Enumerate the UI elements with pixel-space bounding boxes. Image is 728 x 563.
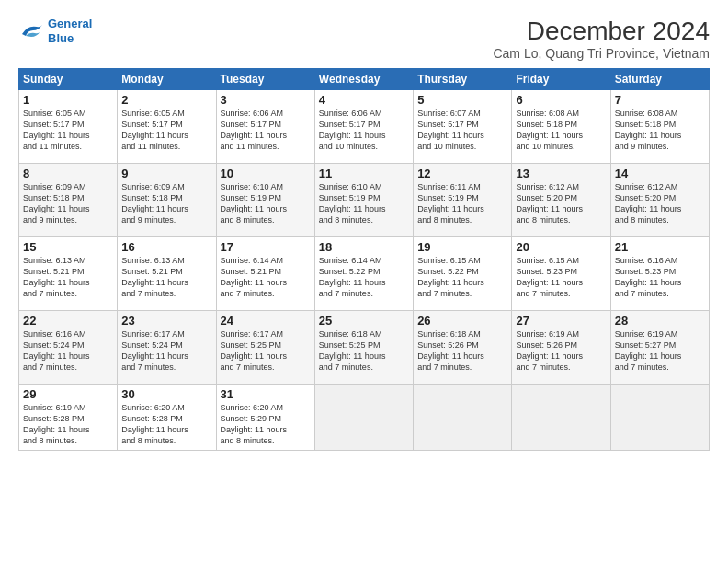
table-row: 31Sunrise: 6:20 AM Sunset: 5:29 PM Dayli…: [216, 385, 314, 451]
day-number: 2: [121, 93, 211, 107]
day-number: 20: [516, 240, 606, 254]
logo-icon: [18, 21, 44, 41]
col-saturday: Saturday: [610, 69, 709, 90]
table-row: 22Sunrise: 6:16 AM Sunset: 5:24 PM Dayli…: [19, 311, 118, 385]
day-info: Sunrise: 6:19 AM Sunset: 5:26 PM Dayligh…: [516, 328, 606, 373]
table-row: 18Sunrise: 6:14 AM Sunset: 5:22 PM Dayli…: [314, 237, 413, 311]
table-row: 17Sunrise: 6:14 AM Sunset: 5:21 PM Dayli…: [216, 237, 314, 311]
day-number: 10: [221, 167, 311, 180]
day-info: Sunrise: 6:19 AM Sunset: 5:27 PM Dayligh…: [615, 328, 705, 373]
table-row: 6Sunrise: 6:08 AM Sunset: 5:18 PM Daylig…: [512, 90, 610, 164]
day-number: 7: [615, 93, 705, 107]
day-number: 16: [121, 240, 211, 254]
day-info: Sunrise: 6:14 AM Sunset: 5:21 PM Dayligh…: [221, 255, 311, 300]
day-info: Sunrise: 6:14 AM Sunset: 5:22 PM Dayligh…: [319, 255, 409, 300]
table-row: 11Sunrise: 6:10 AM Sunset: 5:19 PM Dayli…: [314, 164, 413, 237]
table-row: 23Sunrise: 6:17 AM Sunset: 5:24 PM Dayli…: [118, 311, 216, 385]
table-row: 5Sunrise: 6:07 AM Sunset: 5:17 PM Daylig…: [414, 90, 512, 164]
day-info: Sunrise: 6:17 AM Sunset: 5:24 PM Dayligh…: [121, 328, 211, 373]
col-thursday: Thursday: [414, 69, 512, 90]
day-number: 22: [23, 314, 113, 327]
table-row: [610, 385, 709, 451]
day-info: Sunrise: 6:18 AM Sunset: 5:26 PM Dayligh…: [417, 328, 507, 373]
table-row: 21Sunrise: 6:16 AM Sunset: 5:23 PM Dayli…: [610, 237, 709, 311]
day-info: Sunrise: 6:10 AM Sunset: 5:19 PM Dayligh…: [221, 181, 311, 226]
day-number: 31: [221, 387, 311, 401]
table-row: 12Sunrise: 6:11 AM Sunset: 5:19 PM Dayli…: [414, 164, 512, 237]
day-number: 29: [23, 387, 113, 401]
day-info: Sunrise: 6:15 AM Sunset: 5:22 PM Dayligh…: [417, 255, 507, 300]
day-number: 17: [221, 240, 311, 254]
day-info: Sunrise: 6:12 AM Sunset: 5:20 PM Dayligh…: [516, 181, 606, 226]
title-block: December 2024 Cam Lo, Quang Tri Province…: [493, 17, 710, 61]
day-number: 28: [615, 314, 705, 327]
calendar-page: General Blue December 2024 Cam Lo, Quang…: [0, 0, 728, 563]
logo-text-block: General Blue: [48, 17, 92, 45]
day-number: 19: [417, 240, 507, 254]
table-row: 24Sunrise: 6:17 AM Sunset: 5:25 PM Dayli…: [216, 311, 314, 385]
day-info: Sunrise: 6:20 AM Sunset: 5:28 PM Dayligh…: [121, 402, 211, 447]
day-info: Sunrise: 6:13 AM Sunset: 5:21 PM Dayligh…: [121, 255, 211, 300]
table-row: 30Sunrise: 6:20 AM Sunset: 5:28 PM Dayli…: [118, 385, 216, 451]
table-row: 8Sunrise: 6:09 AM Sunset: 5:18 PM Daylig…: [19, 164, 118, 237]
table-row: 14Sunrise: 6:12 AM Sunset: 5:20 PM Dayli…: [610, 164, 709, 237]
table-row: 10Sunrise: 6:10 AM Sunset: 5:19 PM Dayli…: [216, 164, 314, 237]
calendar-subtitle: Cam Lo, Quang Tri Province, Vietnam: [493, 46, 710, 61]
day-info: Sunrise: 6:08 AM Sunset: 5:18 PM Dayligh…: [615, 108, 705, 153]
day-info: Sunrise: 6:19 AM Sunset: 5:28 PM Dayligh…: [23, 402, 113, 447]
day-number: 24: [221, 314, 311, 327]
day-number: 1: [23, 93, 113, 107]
day-info: Sunrise: 6:09 AM Sunset: 5:18 PM Dayligh…: [121, 181, 211, 226]
day-number: 27: [516, 314, 606, 327]
table-row: 27Sunrise: 6:19 AM Sunset: 5:26 PM Dayli…: [512, 311, 610, 385]
day-info: Sunrise: 6:12 AM Sunset: 5:20 PM Dayligh…: [615, 181, 705, 226]
col-tuesday: Tuesday: [216, 69, 314, 90]
table-row: 26Sunrise: 6:18 AM Sunset: 5:26 PM Dayli…: [414, 311, 512, 385]
day-number: 13: [516, 167, 606, 180]
table-row: 25Sunrise: 6:18 AM Sunset: 5:25 PM Dayli…: [314, 311, 413, 385]
day-number: 11: [319, 167, 409, 180]
col-sunday: Sunday: [19, 69, 118, 90]
day-info: Sunrise: 6:11 AM Sunset: 5:19 PM Dayligh…: [417, 181, 507, 226]
day-number: 14: [615, 167, 705, 180]
table-row: 28Sunrise: 6:19 AM Sunset: 5:27 PM Dayli…: [610, 311, 709, 385]
logo: General Blue: [18, 17, 92, 45]
day-number: 26: [417, 314, 507, 327]
table-row: 7Sunrise: 6:08 AM Sunset: 5:18 PM Daylig…: [610, 90, 709, 164]
day-info: Sunrise: 6:09 AM Sunset: 5:18 PM Dayligh…: [23, 181, 113, 226]
day-number: 3: [221, 93, 311, 107]
day-info: Sunrise: 6:05 AM Sunset: 5:17 PM Dayligh…: [23, 108, 113, 153]
day-number: 12: [417, 167, 507, 180]
day-number: 25: [319, 314, 409, 327]
table-row: 19Sunrise: 6:15 AM Sunset: 5:22 PM Dayli…: [414, 237, 512, 311]
table-row: 20Sunrise: 6:15 AM Sunset: 5:23 PM Dayli…: [512, 237, 610, 311]
day-info: Sunrise: 6:06 AM Sunset: 5:17 PM Dayligh…: [319, 108, 409, 153]
table-row: [512, 385, 610, 451]
day-number: 23: [121, 314, 211, 327]
table-row: [414, 385, 512, 451]
day-info: Sunrise: 6:16 AM Sunset: 5:24 PM Dayligh…: [23, 328, 113, 373]
day-info: Sunrise: 6:08 AM Sunset: 5:18 PM Dayligh…: [516, 108, 606, 153]
day-info: Sunrise: 6:16 AM Sunset: 5:23 PM Dayligh…: [615, 255, 705, 300]
day-info: Sunrise: 6:06 AM Sunset: 5:17 PM Dayligh…: [221, 108, 311, 153]
table-row: 1Sunrise: 6:05 AM Sunset: 5:17 PM Daylig…: [19, 90, 118, 164]
col-friday: Friday: [512, 69, 610, 90]
day-number: 8: [23, 167, 113, 180]
col-wednesday: Wednesday: [314, 69, 413, 90]
logo-name: General: [48, 17, 92, 31]
calendar-header-row: Sunday Monday Tuesday Wednesday Thursday…: [19, 69, 710, 90]
day-number: 5: [417, 93, 507, 107]
table-row: 3Sunrise: 6:06 AM Sunset: 5:17 PM Daylig…: [216, 90, 314, 164]
table-row: 9Sunrise: 6:09 AM Sunset: 5:18 PM Daylig…: [118, 164, 216, 237]
calendar-table: Sunday Monday Tuesday Wednesday Thursday…: [18, 68, 710, 451]
page-header: General Blue December 2024 Cam Lo, Quang…: [18, 17, 710, 61]
day-number: 18: [319, 240, 409, 254]
table-row: 16Sunrise: 6:13 AM Sunset: 5:21 PM Dayli…: [118, 237, 216, 311]
day-info: Sunrise: 6:18 AM Sunset: 5:25 PM Dayligh…: [319, 328, 409, 373]
day-number: 6: [516, 93, 606, 107]
calendar-title: December 2024: [493, 17, 710, 46]
day-info: Sunrise: 6:17 AM Sunset: 5:25 PM Dayligh…: [221, 328, 311, 373]
day-number: 30: [121, 387, 211, 401]
table-row: 13Sunrise: 6:12 AM Sunset: 5:20 PM Dayli…: [512, 164, 610, 237]
day-info: Sunrise: 6:15 AM Sunset: 5:23 PM Dayligh…: [516, 255, 606, 300]
